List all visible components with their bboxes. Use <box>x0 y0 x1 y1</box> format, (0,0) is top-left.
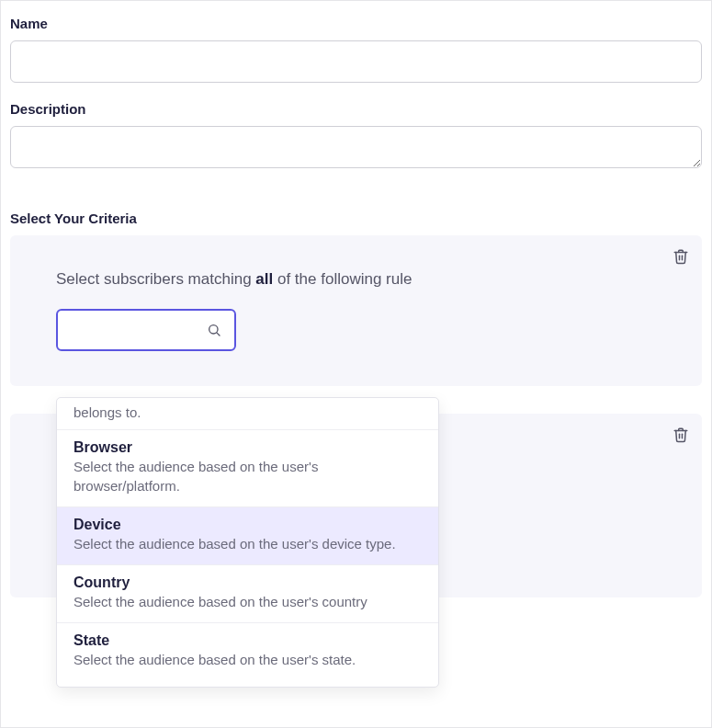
trash-icon[interactable] <box>672 248 689 265</box>
name-field-group: Name <box>10 16 702 83</box>
description-field-group: Description <box>10 101 702 172</box>
trash-icon[interactable] <box>672 427 689 443</box>
description-textarea[interactable] <box>10 126 702 168</box>
rule-text-prefix: Select subscribers matching <box>56 270 255 288</box>
dropdown-item-browser[interactable]: Browser Select the audience based on the… <box>57 429 438 506</box>
dropdown-partial-text: belongs to. <box>57 404 438 429</box>
dropdown-item-device[interactable]: Device Select the audience based on the … <box>57 506 438 564</box>
dropdown-item-desc: Select the audience based on the user's … <box>73 458 422 495</box>
dropdown-item-title: State <box>73 632 422 649</box>
dropdown-item-country[interactable]: Country Select the audience based on the… <box>57 564 438 622</box>
rule-text-bold: all <box>255 270 273 288</box>
dropdown-item-title: Browser <box>73 439 422 456</box>
name-label: Name <box>10 16 702 31</box>
description-label: Description <box>10 101 702 117</box>
dropdown-item-state[interactable]: State Select the audience based on the u… <box>57 622 438 680</box>
criteria-dropdown: belongs to. Browser Select the audience … <box>56 397 439 688</box>
name-input[interactable] <box>10 40 702 83</box>
rule-text-suffix: of the following rule <box>273 270 412 288</box>
dropdown-item-title: Country <box>73 574 422 591</box>
criteria-card-1: Select subscribers matching all of the f… <box>10 235 702 386</box>
dropdown-item-desc: Select the audience based on the user's … <box>73 651 422 669</box>
criteria-heading: Select Your Criteria <box>10 210 702 226</box>
dropdown-item-desc: Select the audience based on the user's … <box>73 535 422 553</box>
criteria-rule-text: Select subscribers matching all of the f… <box>56 270 665 289</box>
criteria-search-input[interactable] <box>56 309 236 351</box>
dropdown-item-desc: Select the audience based on the user's … <box>73 593 422 611</box>
criteria-search-wrap <box>56 309 236 351</box>
dropdown-item-title: Device <box>73 517 422 533</box>
